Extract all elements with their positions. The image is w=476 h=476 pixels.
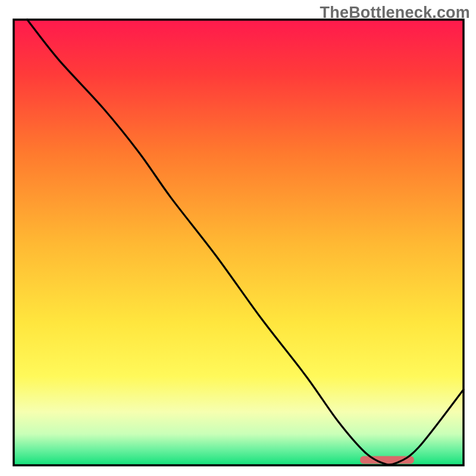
optimum-marker — [360, 456, 414, 464]
watermark-text: TheBottleneck.com — [320, 4, 470, 22]
bottleneck-chart: TheBottleneck.com — [0, 0, 476, 476]
gradient-background — [14, 20, 464, 465]
chart-svg — [0, 0, 476, 476]
